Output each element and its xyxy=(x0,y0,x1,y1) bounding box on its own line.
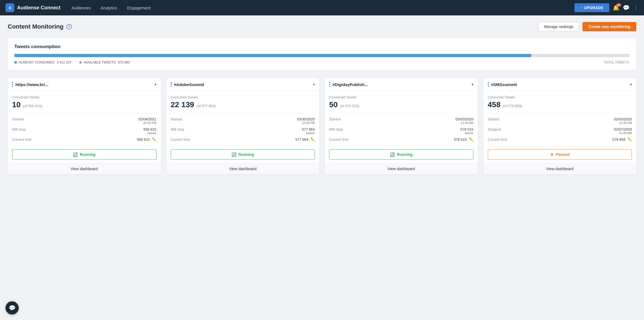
nav-engagement[interactable]: Engagement xyxy=(127,5,150,10)
status-btn-area-1: 🔄 Running xyxy=(166,146,320,160)
started-row-0: Started 02/04/202102:42 PM xyxy=(12,117,156,125)
card-menu-icon-0[interactable] xyxy=(12,82,13,87)
chevron-down-icon-3[interactable]: ▾ xyxy=(630,82,632,87)
card-menu-icon-3[interactable] xyxy=(488,82,489,87)
progress-bar-fill xyxy=(14,54,531,57)
upgrade-label: UPGRADE xyxy=(584,5,603,10)
menu-button[interactable]: ⋮ xyxy=(633,4,639,11)
main-content: Content Monitoring ? Manage rankings Cre… xyxy=(0,15,644,181)
started-label-2: Started xyxy=(329,117,341,121)
navbar: a Audiense Connect Audiences Analytics E… xyxy=(0,0,644,15)
view-dashboard-button-3[interactable]: View dashboard xyxy=(483,163,637,174)
stopped-label: Stopped xyxy=(488,127,501,131)
status-button-1[interactable]: 🔄 Running xyxy=(171,149,315,160)
notifications-button[interactable]: 🔔 50 xyxy=(613,4,620,11)
monitoring-card-0: https://www.bri... ▾ Consumed Tweets 10 … xyxy=(8,78,161,174)
page-header: Content Monitoring ? Manage rankings Cre… xyxy=(8,22,636,31)
card-body-1: Consumed Tweets 22 139 (of 577 864) Star… xyxy=(166,91,320,146)
chevron-down-icon-1[interactable]: ▾ xyxy=(313,82,315,87)
available-label: AVAILABLE TWEETS: xyxy=(84,60,116,64)
limit-label-2: Current limit xyxy=(329,137,348,142)
nav-audiences[interactable]: Audiences xyxy=(71,5,91,10)
view-dashboard-button-0[interactable]: View dashboard xyxy=(8,163,161,174)
will-stop-value: 578 515tweets xyxy=(461,127,474,135)
limit-value-area-2: 578 515 ✏️ xyxy=(454,137,474,142)
limit-value-0: 556 815 xyxy=(137,137,150,142)
card-title-0: https://www.bri... xyxy=(15,82,48,87)
progress-bar-track xyxy=(14,54,630,57)
status-button-0[interactable]: 🔄 Running xyxy=(12,149,156,160)
edit-limit-icon-2[interactable]: ✏️ xyxy=(469,137,474,142)
edit-limit-icon-0[interactable]: ✏️ xyxy=(152,137,156,142)
limit-value-area-3: 579 959 ✏️ xyxy=(612,137,632,142)
consumed-count-0: 10 xyxy=(12,100,21,109)
status-button-3[interactable]: ⏸ Paused xyxy=(488,149,632,160)
consumed-dot xyxy=(14,61,17,64)
card-menu-icon-2[interactable] xyxy=(329,82,330,87)
manage-rankings-button[interactable]: Manage rankings xyxy=(538,22,579,31)
limit-value-1: 577 864 xyxy=(295,137,308,142)
chevron-down-icon-0[interactable]: ▾ xyxy=(155,82,156,87)
consumed-value-area-3: 458 (of 579 959) xyxy=(488,100,632,109)
card-header-2: #DigidayPublish... ▾ xyxy=(325,78,478,91)
card-divider-2 xyxy=(329,113,474,113)
card-title-area-2: #DigidayPublish... xyxy=(329,82,368,87)
consumed-legend-item: ALREADY CONSUMED: 3 411 107 xyxy=(14,60,71,64)
monitoring-card-1: #AdobeSummit ▾ Consumed Tweets 22 139 (o… xyxy=(166,78,320,174)
edit-limit-icon-1[interactable]: ✏️ xyxy=(310,137,315,142)
view-dashboard-button-2[interactable]: View dashboard xyxy=(325,163,478,174)
started-row-3: Started 02/03/202012:36 PM xyxy=(488,117,632,125)
monitoring-card-3: #SMSsummit ▾ Consumed Tweets 458 (of 579… xyxy=(483,78,637,174)
view-dashboard-button-1[interactable]: View dashboard xyxy=(166,163,320,174)
consumed-tweets-label-1: Consumed Tweets xyxy=(171,95,315,99)
card-menu-icon-1[interactable] xyxy=(171,82,172,87)
nav-right: ↑ UPGRADE 🔔 50 💬 ⋮ xyxy=(574,3,639,12)
will-stop-row: Will stop 577 864tweets xyxy=(171,127,315,135)
create-monitoring-button[interactable]: Create new monitoring xyxy=(582,22,636,31)
limit-label-3: Current limit xyxy=(488,137,507,142)
stopped-value: 02/07/202001:00 AM xyxy=(614,127,632,135)
started-value-2: 03/03/202011:20 AM xyxy=(455,117,473,125)
messages-button[interactable]: 💬 xyxy=(623,4,630,11)
status-icon-3: ⏸ xyxy=(550,152,554,157)
card-body-0: Consumed Tweets 10 (of 556 815) Started … xyxy=(8,91,161,146)
upgrade-button[interactable]: ↑ UPGRADE xyxy=(574,3,609,12)
notification-badge: 50 xyxy=(616,3,621,7)
card-body-3: Consumed Tweets 458 (of 579 959) Started… xyxy=(483,91,637,146)
page-title-area: Content Monitoring ? xyxy=(8,23,72,30)
status-icon-1: 🔄 xyxy=(232,152,236,157)
card-divider-1 xyxy=(171,113,315,113)
will-stop-label: Will stop xyxy=(12,127,26,131)
card-header-3: #SMSsummit ▾ xyxy=(483,78,637,91)
will-stop-label: Will stop xyxy=(329,127,343,131)
stopped-row: Stopped 02/07/202001:00 AM xyxy=(488,127,632,135)
will-stop-value: 556 815tweets xyxy=(144,127,156,135)
consumption-title: Tweets consumption xyxy=(14,44,630,49)
help-icon[interactable]: ? xyxy=(66,24,72,29)
tweets-consumption-card: Tweets consumption ALREADY CONSUMED: 3 4… xyxy=(8,38,636,70)
status-label-0: Running xyxy=(80,152,95,157)
chat-fab[interactable]: 💬 xyxy=(5,301,19,315)
chevron-down-icon-2[interactable]: ▾ xyxy=(472,82,474,87)
status-btn-area-0: 🔄 Running xyxy=(8,146,161,160)
brand: a Audiense Connect xyxy=(5,3,60,12)
monitoring-card-2: #DigidayPublish... ▾ Consumed Tweets 50 … xyxy=(325,78,478,174)
status-label-3: Paused xyxy=(556,152,570,157)
status-button-2[interactable]: 🔄 Running xyxy=(329,149,474,160)
available-legend-item: AVAILABLE TWEETS: 673 883 xyxy=(79,60,130,64)
nav-analytics[interactable]: Analytics xyxy=(101,5,117,10)
started-row-2: Started 03/03/202011:20 AM xyxy=(329,117,474,125)
limit-row-0: Current limit 556 815 ✏️ xyxy=(12,137,156,142)
limit-label-1: Current limit xyxy=(171,137,190,142)
card-title-area-3: #SMSsummit xyxy=(488,82,517,87)
limit-value-3: 579 959 xyxy=(612,137,625,142)
will-stop-row: Will stop 578 515tweets xyxy=(329,127,474,135)
limit-value-area-0: 556 815 ✏️ xyxy=(137,137,156,142)
available-dot xyxy=(79,61,82,64)
edit-limit-icon-3[interactable]: ✏️ xyxy=(628,137,632,142)
started-value-0: 02/04/202102:42 PM xyxy=(138,117,156,125)
consumed-tweets-label-3: Consumed Tweets xyxy=(488,95,632,99)
total-label: TOTAL TWEETS: xyxy=(604,60,630,64)
page-title: Content Monitoring xyxy=(8,23,64,30)
header-actions: Manage rankings Create new monitoring xyxy=(538,22,636,31)
